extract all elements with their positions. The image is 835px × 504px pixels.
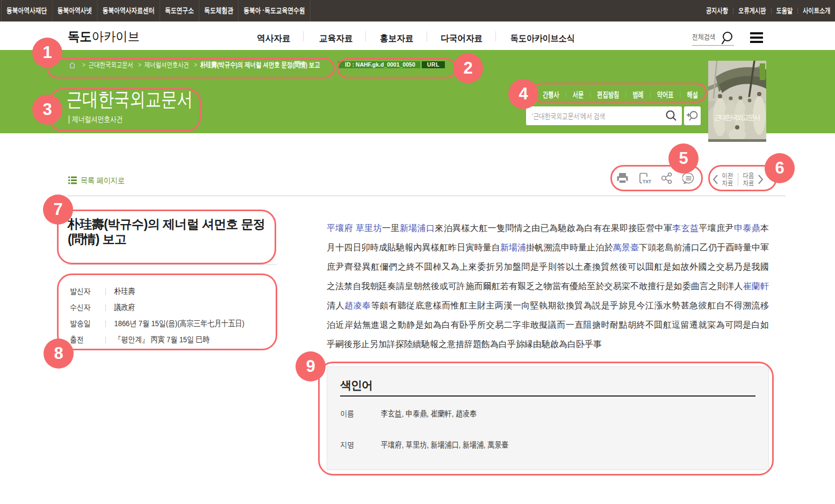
svg-text:근대한국외교문서: 근대한국외교문서 [714,113,760,121]
